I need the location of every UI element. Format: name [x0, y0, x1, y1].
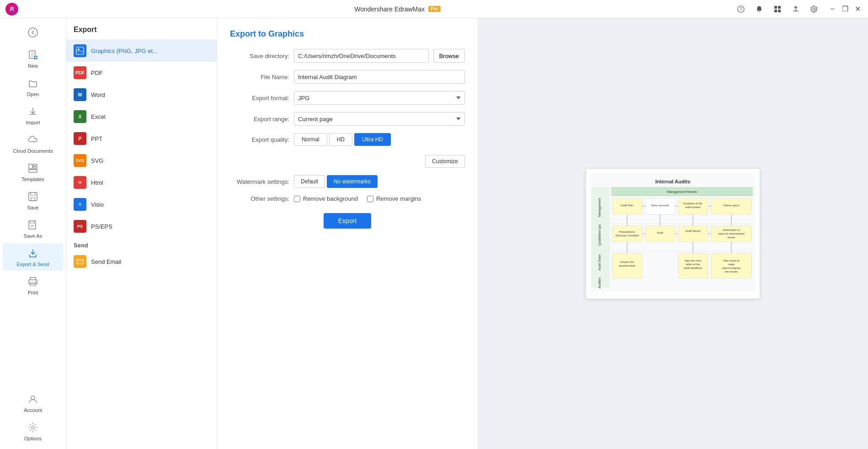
svg-rect-10	[33, 164, 37, 166]
sidebar-item-import[interactable]: Import	[3, 102, 63, 129]
send-email-item[interactable]: Send Email	[66, 251, 217, 273]
export-form-panel: Export to Graphics Save directory: Brows…	[217, 18, 478, 449]
export-range-label: Export range:	[230, 116, 289, 123]
export-format-html[interactable]: H Html	[66, 171, 217, 193]
saveas-icon	[27, 219, 39, 231]
quality-normal-button[interactable]: Normal	[294, 133, 327, 146]
export-panel-title: Export	[66, 18, 217, 40]
svg-text:Auditee: Auditee	[598, 278, 601, 289]
export-button[interactable]: Export	[324, 213, 371, 229]
quality-hd-button[interactable]: HD	[329, 133, 352, 146]
browse-button[interactable]: Browse	[433, 49, 465, 63]
sidebar-item-cloud[interactable]: Cloud Documents	[3, 130, 63, 157]
export-format-ppt[interactable]: P PPT	[66, 128, 217, 150]
remove-margins-checkbox[interactable]	[367, 196, 373, 202]
svg-rect-2	[774, 6, 777, 9]
export-format-graphics[interactable]: Graphics (PNG, JPG et...	[66, 40, 217, 62]
options-icon	[27, 421, 39, 434]
remove-background-option[interactable]: Remove background	[294, 195, 358, 202]
ppt-icon: P	[74, 132, 86, 145]
window-controls: − ❐ ✕	[828, 5, 863, 14]
svg-text:Qualitative ops: Qualitative ops	[598, 224, 602, 246]
watermark-none-button[interactable]: No watermarks	[327, 175, 378, 188]
svg-text:audit deadlines: audit deadlines	[684, 267, 702, 269]
svg-point-16	[35, 281, 36, 282]
visio-icon: V	[74, 198, 86, 211]
form-title: Export to Graphics	[230, 29, 465, 39]
settings-icon[interactable]	[808, 3, 820, 16]
export-format-select[interactable]: JPG PNG BMP GIF TIFF	[294, 91, 465, 105]
graphics-label: Graphics (PNG, JPG et...	[91, 48, 158, 54]
export-format-visio[interactable]: V Visio	[66, 193, 217, 215]
quality-ultra-hd-button[interactable]: Ultra HD	[354, 133, 391, 146]
other-settings-row: Other settings: Remove background Remove…	[230, 195, 465, 202]
sidebar-item-templates[interactable]: Templates	[3, 158, 63, 186]
quality-group: Normal HD Ultra HD	[294, 133, 391, 146]
sidebar-item-save[interactable]: Save	[3, 187, 63, 214]
svg-text:questionnaire: questionnaire	[619, 264, 636, 267]
svg-rect-21	[77, 259, 83, 264]
svg-text:Take action &: Take action &	[723, 259, 740, 262]
export-button-row: Export	[230, 213, 465, 229]
svg-text:Status report: Status report	[724, 204, 740, 207]
remove-margins-option[interactable]: Remove margins	[367, 195, 421, 202]
customize-button[interactable]: Customize	[425, 155, 465, 168]
export-format-pseps[interactable]: PS PS/EPS	[66, 215, 217, 237]
sidebar-label-print: Print	[28, 290, 38, 295]
minimize-button[interactable]: −	[828, 5, 837, 14]
svg-text:the results: the results	[725, 270, 738, 273]
save-directory-input[interactable]	[294, 49, 429, 63]
preview-card: Internal Audits Management Qualitative o…	[586, 168, 760, 299]
svg-point-20	[78, 48, 80, 50]
sidebar-item-export[interactable]: Export & Send	[3, 243, 63, 271]
remove-background-checkbox[interactable]	[294, 196, 300, 202]
sidebar-item-options[interactable]: Options	[3, 417, 63, 445]
close-button[interactable]: ✕	[853, 5, 863, 14]
svg-text:Sign the most: Sign the most	[685, 259, 702, 262]
restore-button[interactable]: ❐	[841, 5, 850, 14]
save-directory-label: Save directory:	[230, 53, 289, 59]
svg-rect-11	[33, 167, 37, 169]
bell-icon[interactable]	[753, 3, 766, 16]
main-layout: New Open Import Cloud Documents	[0, 18, 868, 449]
sidebar-item-open[interactable]: Open	[3, 73, 63, 101]
watermark-default-button[interactable]: Default	[294, 175, 325, 188]
back-button[interactable]	[3, 22, 63, 43]
export-format-svg[interactable]: SVG SVG	[66, 150, 217, 171]
help-icon[interactable]: ?	[735, 3, 747, 16]
avatar[interactable]: R	[5, 3, 18, 16]
grid-icon[interactable]	[771, 3, 784, 16]
svg-rect-4	[774, 10, 777, 12]
svg-text:Answer the: Answer the	[620, 261, 634, 263]
remove-background-label: Remove background	[303, 195, 358, 202]
word-icon: W	[74, 88, 86, 101]
sidebar-label-import: Import	[26, 120, 40, 125]
content-area: Export to Graphics Save directory: Brows…	[217, 18, 868, 449]
sidebar-item-print[interactable]: Print	[3, 272, 63, 299]
share-icon[interactable]	[789, 3, 802, 16]
word-label: Word	[91, 91, 105, 98]
pdf-icon: PDF	[74, 66, 86, 79]
remove-margins-label: Remove margins	[376, 195, 421, 202]
sidebar-item-saveas[interactable]: Save As	[3, 215, 63, 242]
svg-rect-14	[29, 221, 36, 229]
preview-diagram: Internal Audits Management Qualitative o…	[591, 173, 755, 292]
sidebar-item-account[interactable]: Account	[3, 389, 63, 417]
customize-row: Customize	[230, 152, 465, 168]
sidebar-label-save: Save	[27, 205, 38, 210]
visio-label: Visio	[91, 201, 104, 208]
export-format-excel[interactable]: X Excel	[66, 106, 217, 128]
svg-text:report & improvement: report & improvement	[718, 232, 745, 235]
export-format-pdf[interactable]: PDF PDF	[66, 62, 217, 84]
export-format-word[interactable]: W Word	[66, 84, 217, 106]
svg-point-17	[31, 396, 35, 400]
svg-rect-5	[778, 10, 781, 12]
export-range-select[interactable]: Current page All pages Selected objects	[294, 112, 465, 126]
titlebar: R Wondershare EdrawMax Pro ? − ❐	[0, 0, 868, 18]
sidebar-item-new[interactable]: New	[3, 45, 63, 72]
html-icon: H	[74, 176, 86, 189]
svg-text:Audit Report: Audit Report	[685, 230, 701, 232]
file-name-input[interactable]	[294, 70, 465, 84]
sidebar-label-account: Account	[24, 407, 42, 413]
app-title: Wondershare EdrawMax	[354, 5, 425, 13]
